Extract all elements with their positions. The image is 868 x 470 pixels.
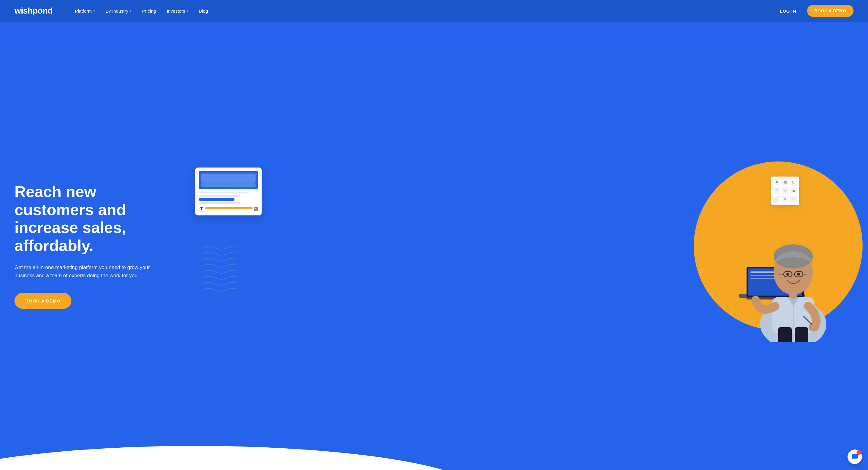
text-tool-icon: T (199, 206, 204, 212)
nav-menu: Platform ▾ By Industry ▾ Pricing Investo… (71, 6, 775, 16)
toolbar-icon-6: ▦ (790, 187, 797, 194)
nav-item-blog[interactable]: Blog (195, 6, 212, 16)
nav-item-by-industry[interactable]: By Industry ▾ (101, 6, 135, 16)
wave-decoration (200, 242, 236, 303)
brand-logo[interactable]: wishpond (14, 6, 53, 15)
toolbar-icon-7: 📄 (773, 196, 780, 202)
nav-item-pricing[interactable]: Pricing (138, 6, 160, 16)
toolbar-icon-9: ☆ (790, 196, 797, 202)
toolbar-icon-3: 💬 (790, 179, 797, 186)
ui-mockup-card: T ↖ (195, 167, 261, 215)
toolbar-icon-4: 📋 (773, 187, 780, 194)
hero-illustration: T ↖ ⊞ 🖼 💬 📋 ↗ ▦ 📄 🖥 ☆ (183, 158, 854, 333)
chat-badge-count: 1 (857, 450, 861, 455)
hero-subtext: Get the all-in-one marketing platform yo… (14, 263, 159, 280)
svg-rect-22 (778, 327, 792, 342)
toolbar-icon-1: ⊞ (773, 179, 780, 186)
hero-content-left: Reach new customers and increase sales, … (14, 183, 183, 309)
svg-rect-3 (750, 272, 775, 273)
toolbar-icon-8: 🖥 (782, 196, 788, 202)
svg-point-20 (786, 273, 789, 276)
svg-point-10 (809, 323, 817, 332)
svg-rect-23 (795, 327, 808, 342)
login-button[interactable]: LOG IN (775, 6, 801, 16)
side-toolbar: ⊞ 🖼 💬 📋 ↗ ▦ 📄 🖥 ☆ (771, 177, 799, 205)
navbar: wishpond Platform ▾ By Industry ▾ Pricin… (0, 0, 868, 22)
nav-item-investors[interactable]: Investors ▾ (162, 6, 192, 16)
book-demo-nav-button[interactable]: BOOK A DEMO (807, 5, 854, 17)
mockup-header (199, 171, 258, 189)
chevron-down-icon: ▾ (187, 9, 188, 13)
cursor-icon: ↖ (254, 207, 258, 211)
toolbar-icon-2: 🖼 (782, 179, 788, 186)
chevron-down-icon: ▾ (130, 9, 131, 13)
nav-item-platform[interactable]: Platform ▾ (71, 6, 99, 16)
svg-point-21 (797, 273, 800, 276)
book-demo-hero-button[interactable]: BOOK A DEMO (14, 293, 71, 309)
hero-section: Reach new customers and increase sales, … (0, 22, 868, 470)
hero-headline: Reach new customers and increase sales, … (14, 183, 171, 255)
chat-widget[interactable]: 1 (847, 449, 862, 464)
chevron-down-icon: ▾ (93, 9, 95, 13)
toolbar-icon-5: ↗ (782, 187, 788, 194)
navbar-actions: LOG IN BOOK A DEMO (775, 5, 854, 17)
